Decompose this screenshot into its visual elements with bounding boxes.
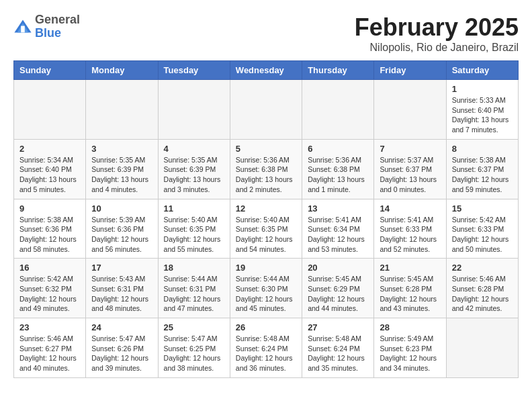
calendar-cell: 19Sunrise: 5:44 AM Sunset: 6:30 PM Dayli… <box>230 259 302 318</box>
calendar-cell: 18Sunrise: 5:44 AM Sunset: 6:31 PM Dayli… <box>158 259 230 318</box>
logo-icon <box>13 17 32 36</box>
calendar-cell: 2Sunrise: 5:34 AM Sunset: 6:40 PM Daylig… <box>14 139 86 199</box>
calendar-cell: 7Sunrise: 5:37 AM Sunset: 6:37 PM Daylig… <box>374 139 446 199</box>
calendar-cell: 14Sunrise: 5:41 AM Sunset: 6:33 PM Dayli… <box>374 199 446 259</box>
day-number: 12 <box>236 203 296 214</box>
calendar-cell: 21Sunrise: 5:45 AM Sunset: 6:28 PM Dayli… <box>374 259 446 318</box>
day-info: Sunrise: 5:33 AM Sunset: 6:40 PM Dayligh… <box>452 95 513 135</box>
weekday-header-thursday: Thursday <box>302 61 374 80</box>
day-info: Sunrise: 5:35 AM Sunset: 6:39 PM Dayligh… <box>164 155 224 195</box>
calendar-cell <box>374 80 446 140</box>
day-info: Sunrise: 5:44 AM Sunset: 6:31 PM Dayligh… <box>164 274 224 314</box>
calendar-cell: 11Sunrise: 5:40 AM Sunset: 6:35 PM Dayli… <box>158 199 230 259</box>
weekday-header-tuesday: Tuesday <box>158 61 230 80</box>
calendar-cell: 17Sunrise: 5:43 AM Sunset: 6:31 PM Dayli… <box>86 259 158 318</box>
calendar-cell: 28Sunrise: 5:49 AM Sunset: 6:23 PM Dayli… <box>374 318 446 378</box>
day-number: 21 <box>380 263 440 273</box>
day-number: 2 <box>19 144 80 154</box>
week-row-3: 9Sunrise: 5:38 AM Sunset: 6:36 PM Daylig… <box>14 199 519 259</box>
day-info: Sunrise: 5:39 AM Sunset: 6:36 PM Dayligh… <box>91 215 152 255</box>
calendar-cell: 25Sunrise: 5:47 AM Sunset: 6:25 PM Dayli… <box>158 318 230 378</box>
day-number: 17 <box>91 263 152 273</box>
day-number: 6 <box>308 144 368 154</box>
day-number: 23 <box>19 322 80 332</box>
day-info: Sunrise: 5:48 AM Sunset: 6:24 PM Dayligh… <box>236 334 296 373</box>
calendar-cell <box>302 80 374 140</box>
day-number: 7 <box>380 144 440 154</box>
weekday-header-sunday: Sunday <box>14 61 86 80</box>
svg-rect-2 <box>21 26 25 32</box>
logo: General Blue <box>13 13 80 40</box>
day-info: Sunrise: 5:48 AM Sunset: 6:24 PM Dayligh… <box>308 334 368 373</box>
day-number: 19 <box>236 263 296 273</box>
day-number: 8 <box>452 144 513 154</box>
weekday-header-monday: Monday <box>86 61 158 80</box>
day-info: Sunrise: 5:45 AM Sunset: 6:28 PM Dayligh… <box>380 274 440 314</box>
day-number: 28 <box>380 322 440 332</box>
day-info: Sunrise: 5:38 AM Sunset: 6:36 PM Dayligh… <box>19 215 80 255</box>
week-row-4: 16Sunrise: 5:42 AM Sunset: 6:32 PM Dayli… <box>14 259 519 318</box>
day-info: Sunrise: 5:41 AM Sunset: 6:33 PM Dayligh… <box>380 215 440 255</box>
day-info: Sunrise: 5:41 AM Sunset: 6:34 PM Dayligh… <box>308 215 368 255</box>
calendar-cell: 15Sunrise: 5:42 AM Sunset: 6:33 PM Dayli… <box>446 199 518 259</box>
calendar-cell <box>446 318 518 378</box>
calendar-cell: 10Sunrise: 5:39 AM Sunset: 6:36 PM Dayli… <box>86 199 158 259</box>
title-area: February 2025 Nilopolis, Rio de Janeiro,… <box>355 13 519 54</box>
calendar-cell <box>14 80 86 140</box>
day-number: 9 <box>19 203 80 214</box>
calendar-cell: 8Sunrise: 5:38 AM Sunset: 6:37 PM Daylig… <box>446 139 518 199</box>
calendar-cell: 6Sunrise: 5:36 AM Sunset: 6:38 PM Daylig… <box>302 139 374 199</box>
logo-blue-text: Blue <box>35 27 80 40</box>
weekday-header-row: SundayMondayTuesdayWednesdayThursdayFrid… <box>14 61 519 80</box>
calendar-table: SundayMondayTuesdayWednesdayThursdayFrid… <box>13 60 519 378</box>
day-number: 10 <box>91 203 152 214</box>
calendar-cell <box>230 80 302 140</box>
day-number: 4 <box>164 144 224 154</box>
day-number: 16 <box>19 263 80 273</box>
calendar-cell: 13Sunrise: 5:41 AM Sunset: 6:34 PM Dayli… <box>302 199 374 259</box>
day-info: Sunrise: 5:42 AM Sunset: 6:33 PM Dayligh… <box>452 215 513 255</box>
day-number: 22 <box>452 263 513 273</box>
day-number: 15 <box>452 203 513 214</box>
calendar-title: February 2025 <box>355 13 519 42</box>
week-row-2: 2Sunrise: 5:34 AM Sunset: 6:40 PM Daylig… <box>14 139 519 199</box>
page-header: General Blue February 2025 Nilopolis, Ri… <box>13 13 519 54</box>
weekday-header-wednesday: Wednesday <box>230 61 302 80</box>
calendar-cell: 24Sunrise: 5:47 AM Sunset: 6:26 PM Dayli… <box>86 318 158 378</box>
day-number: 11 <box>164 203 224 214</box>
calendar-cell: 16Sunrise: 5:42 AM Sunset: 6:32 PM Dayli… <box>14 259 86 318</box>
day-info: Sunrise: 5:40 AM Sunset: 6:35 PM Dayligh… <box>236 215 296 255</box>
day-info: Sunrise: 5:47 AM Sunset: 6:25 PM Dayligh… <box>164 334 224 373</box>
calendar-cell: 9Sunrise: 5:38 AM Sunset: 6:36 PM Daylig… <box>14 199 86 259</box>
day-info: Sunrise: 5:38 AM Sunset: 6:37 PM Dayligh… <box>452 155 513 195</box>
logo-general-text: General <box>35 13 80 27</box>
day-info: Sunrise: 5:43 AM Sunset: 6:31 PM Dayligh… <box>91 274 152 314</box>
calendar-cell: 5Sunrise: 5:36 AM Sunset: 6:38 PM Daylig… <box>230 139 302 199</box>
calendar-cell: 27Sunrise: 5:48 AM Sunset: 6:24 PM Dayli… <box>302 318 374 378</box>
calendar-cell: 26Sunrise: 5:48 AM Sunset: 6:24 PM Dayli… <box>230 318 302 378</box>
day-info: Sunrise: 5:46 AM Sunset: 6:27 PM Dayligh… <box>19 334 80 373</box>
day-number: 3 <box>91 144 152 154</box>
day-number: 25 <box>164 322 224 332</box>
day-info: Sunrise: 5:42 AM Sunset: 6:32 PM Dayligh… <box>19 274 80 314</box>
weekday-header-saturday: Saturday <box>446 61 518 80</box>
calendar-cell: 4Sunrise: 5:35 AM Sunset: 6:39 PM Daylig… <box>158 139 230 199</box>
calendar-cell: 3Sunrise: 5:35 AM Sunset: 6:39 PM Daylig… <box>86 139 158 199</box>
calendar-cell: 23Sunrise: 5:46 AM Sunset: 6:27 PM Dayli… <box>14 318 86 378</box>
day-info: Sunrise: 5:46 AM Sunset: 6:28 PM Dayligh… <box>452 274 513 314</box>
day-number: 13 <box>308 203 368 214</box>
calendar-subtitle: Nilopolis, Rio de Janeiro, Brazil <box>355 42 519 54</box>
day-info: Sunrise: 5:36 AM Sunset: 6:38 PM Dayligh… <box>236 155 296 195</box>
calendar-cell: 20Sunrise: 5:45 AM Sunset: 6:29 PM Dayli… <box>302 259 374 318</box>
week-row-5: 23Sunrise: 5:46 AM Sunset: 6:27 PM Dayli… <box>14 318 519 378</box>
day-info: Sunrise: 5:49 AM Sunset: 6:23 PM Dayligh… <box>380 334 440 373</box>
calendar-cell <box>158 80 230 140</box>
calendar-cell: 22Sunrise: 5:46 AM Sunset: 6:28 PM Dayli… <box>446 259 518 318</box>
day-info: Sunrise: 5:35 AM Sunset: 6:39 PM Dayligh… <box>91 155 152 195</box>
day-info: Sunrise: 5:45 AM Sunset: 6:29 PM Dayligh… <box>308 274 368 314</box>
day-info: Sunrise: 5:34 AM Sunset: 6:40 PM Dayligh… <box>19 155 80 195</box>
calendar-cell: 1Sunrise: 5:33 AM Sunset: 6:40 PM Daylig… <box>446 80 518 140</box>
day-info: Sunrise: 5:36 AM Sunset: 6:38 PM Dayligh… <box>308 155 368 195</box>
day-number: 24 <box>91 322 152 332</box>
day-number: 26 <box>236 322 296 332</box>
